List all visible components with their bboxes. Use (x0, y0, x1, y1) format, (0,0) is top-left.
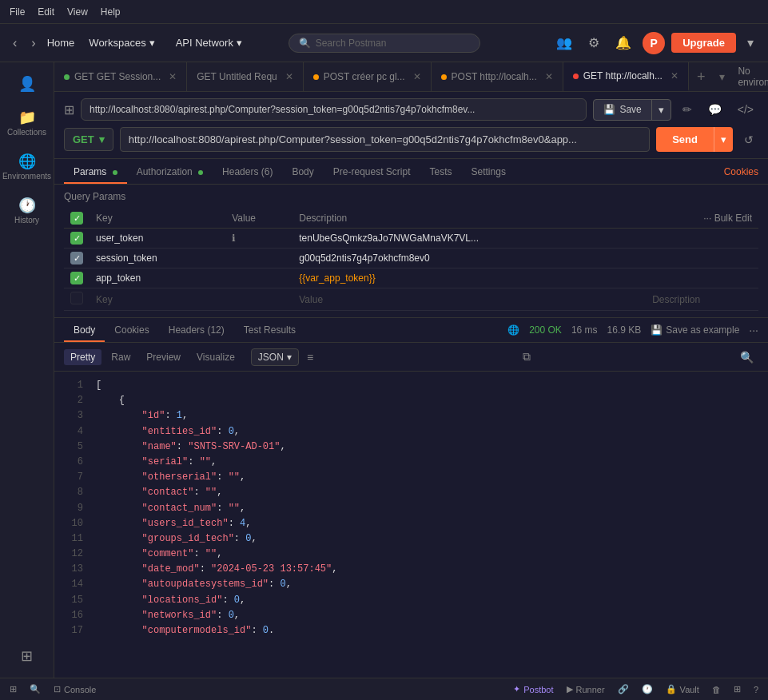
nav-forward-button[interactable]: › (28, 33, 38, 54)
tab-close-untitled[interactable]: ✕ (285, 71, 293, 82)
bottom-postbot-button[interactable]: ✦ Postbot (513, 684, 553, 694)
row2-value[interactable]: g00q5d2ntis7g4p7okhcfm8ev0 (292, 249, 646, 268)
response-more-options[interactable]: ··· (749, 324, 758, 336)
add-row-checkbox-cell (64, 288, 90, 311)
sidebar-item-flows[interactable]: ⊞ (3, 641, 51, 671)
resp-tab-body[interactable]: Body (64, 318, 105, 342)
wrap-button[interactable]: ≡ (302, 348, 318, 366)
row2-checkbox[interactable] (70, 252, 83, 264)
invite-button[interactable]: 👥 (551, 32, 577, 54)
format-label: JSON (258, 352, 284, 363)
tab-add-button[interactable]: + (689, 69, 714, 86)
select-all-checkbox[interactable] (70, 212, 83, 225)
tab-post-local[interactable]: POST http://localh... ✕ (432, 62, 563, 91)
nav-home-link[interactable]: Home (47, 37, 75, 49)
req-tab-pre-request[interactable]: Pre-request Script (324, 160, 420, 184)
tab-close-post-creer[interactable]: ✕ (413, 71, 421, 82)
tab-overflow-button[interactable]: ▾ (713, 70, 731, 83)
bottom-history-button[interactable]: 🕐 (642, 684, 653, 694)
code-line: 7 "otherserial": "", (64, 470, 758, 485)
nav-expand-button[interactable]: ▾ (742, 32, 758, 54)
sidebar-item-history[interactable]: 🕐 History (3, 190, 51, 231)
tab-close-get-session[interactable]: ✕ (169, 71, 177, 82)
bottom-share-button[interactable]: 🔗 (618, 684, 629, 694)
bulk-edit-button[interactable]: Bulk Edit (714, 213, 752, 224)
row3-checkbox[interactable] (70, 272, 83, 284)
menu-edit[interactable]: Edit (38, 6, 54, 18)
upgrade-button[interactable]: Upgrade (671, 33, 736, 53)
view-tab-preview[interactable]: Preview (140, 349, 187, 365)
sidebar-item-user[interactable]: 👤 (3, 69, 51, 99)
row2-desc[interactable] (646, 249, 758, 268)
code-button[interactable]: </> (733, 100, 758, 119)
bottom-new-button[interactable]: ⊞ (10, 684, 17, 694)
bottom-help-button[interactable]: ? (754, 684, 758, 694)
comment-button[interactable]: 💬 (703, 100, 726, 119)
send-dropdown-button[interactable]: ▾ (714, 127, 733, 152)
nav-api-network-menu[interactable]: API Network ▾ (169, 34, 249, 52)
row1-value[interactable]: tenUbeGsQmkz9aJo7NWGaMnaVK7VL... (292, 229, 646, 249)
search-response-button[interactable]: 🔍 (735, 348, 758, 366)
bottom-search-button[interactable]: 🔍 (30, 684, 41, 694)
save-dropdown-button[interactable]: ▾ (651, 100, 671, 120)
search-bar[interactable]: 🔍 Search Postman (288, 34, 480, 53)
method-selector[interactable]: GET ▾ (64, 128, 113, 151)
tab-close-post-local[interactable]: ✕ (545, 71, 553, 82)
settings-button[interactable]: ⚙ (583, 32, 604, 54)
row3-value[interactable]: {{var_app_token}} (292, 268, 646, 288)
edit-button[interactable]: ✏ (678, 100, 697, 119)
tab-get-session[interactable]: GET GET Session... ✕ (54, 62, 187, 91)
req-tab-settings[interactable]: Settings (462, 160, 515, 184)
save-example-button[interactable]: 💾 Save as example (651, 324, 739, 336)
tab-post-creer[interactable]: POST créer pc gl... ✕ (304, 62, 432, 91)
menu-file[interactable]: File (10, 6, 25, 18)
add-row-desc[interactable]: Description (646, 288, 758, 311)
tab-close-get-local[interactable]: ✕ (671, 70, 678, 82)
sidebar-item-environments[interactable]: 🌐 Environments (3, 146, 51, 187)
row3-desc[interactable] (646, 268, 758, 288)
bottom-runner-button[interactable]: ▶ Runner (567, 684, 605, 694)
resp-tab-cookies[interactable]: Cookies (105, 318, 158, 342)
nav-workspaces-menu[interactable]: Workspaces ▾ (82, 34, 161, 52)
req-tab-authorization[interactable]: Authorization (127, 160, 213, 184)
save-button[interactable]: 💾 Save (594, 100, 651, 119)
resp-tab-headers[interactable]: Headers (12) (159, 318, 234, 342)
row1-desc[interactable] (646, 229, 758, 249)
bottom-trash-button[interactable]: 🗑 (712, 684, 721, 694)
req-tab-params[interactable]: Params (64, 160, 127, 184)
add-row-value[interactable]: Value (292, 288, 646, 311)
bottom-vault-button[interactable]: 🔒 Vault (666, 684, 699, 694)
nav-back-button[interactable]: ‹ (10, 33, 20, 54)
req-tab-body[interactable]: Body (282, 160, 323, 184)
bottom-console-button[interactable]: ⊡ Console (54, 684, 96, 694)
send-button[interactable]: Send (656, 127, 714, 152)
row3-key[interactable]: app_token (90, 268, 225, 288)
more-options-icon[interactable]: ··· (703, 213, 711, 224)
row1-info-icon[interactable]: ℹ (232, 233, 236, 244)
row1-key[interactable]: user_token (90, 229, 225, 249)
sidebar-item-collections[interactable]: 📁 Collections (3, 102, 51, 143)
tab-untitled[interactable]: GET Untitled Requ ✕ (187, 62, 304, 91)
code-line: 8 "contact": "", (64, 485, 758, 500)
menu-help[interactable]: Help (101, 6, 121, 18)
row2-key[interactable]: session_token (90, 249, 225, 268)
bottom-grid-button[interactable]: ⊞ (734, 684, 741, 694)
notifications-button[interactable]: 🔔 (611, 32, 636, 54)
copy-response-button[interactable]: ⧉ (518, 348, 535, 366)
tab-get-local[interactable]: GET http://localh... ✕ (563, 62, 689, 91)
resp-tab-test-results[interactable]: Test Results (234, 318, 305, 342)
row1-checkbox[interactable] (70, 232, 83, 245)
req-tab-headers[interactable]: Headers (6) (213, 160, 282, 184)
bottom-right-items: ✦ Postbot ▶ Runner 🔗 🕐 🔒 Vault 🗑 ⊞ (513, 684, 758, 694)
url-input[interactable] (120, 127, 650, 152)
retry-button[interactable]: ↺ (739, 130, 758, 149)
view-tab-pretty[interactable]: Pretty (64, 349, 101, 365)
view-tab-visualize[interactable]: Visualize (190, 349, 241, 365)
view-tab-raw[interactable]: Raw (105, 349, 137, 365)
add-row-checkbox[interactable] (70, 292, 83, 304)
req-tab-tests[interactable]: Tests (420, 160, 462, 184)
cookies-link[interactable]: Cookies (724, 166, 758, 177)
add-row-key[interactable]: Key (90, 288, 225, 311)
format-selector[interactable]: JSON ▾ (251, 348, 299, 366)
menu-view[interactable]: View (67, 6, 88, 18)
